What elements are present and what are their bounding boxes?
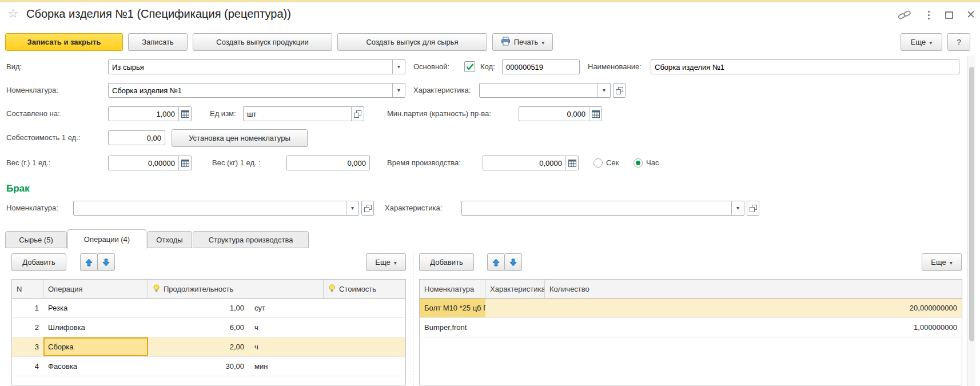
dropdown-arrow-icon[interactable] bbox=[597, 83, 610, 97]
operations-move-up-button[interactable] bbox=[80, 253, 98, 271]
nomenclature-value: Сборка изделия №1 bbox=[109, 83, 392, 97]
help-button[interactable]: ? bbox=[947, 33, 970, 51]
cell-characteristic[interactable] bbox=[485, 318, 545, 337]
table-row[interactable]: Bumper,front 1,000000000 bbox=[420, 318, 962, 337]
unit-field[interactable]: шт bbox=[243, 106, 364, 121]
cell-quantity[interactable]: 1,000000000 bbox=[545, 318, 962, 337]
column-header-quantity[interactable]: Количество bbox=[545, 280, 962, 298]
dropdown-arrow-icon[interactable] bbox=[346, 201, 358, 215]
save-and-close-button[interactable]: Записать и закрыть bbox=[5, 33, 123, 51]
materials-move-down-button[interactable] bbox=[504, 253, 522, 271]
table-row[interactable]: 4 Фасовка 30,00мин bbox=[12, 357, 405, 376]
defect-nomenclature-combobox[interactable] bbox=[73, 201, 359, 216]
scrollbar-thumb[interactable] bbox=[969, 67, 974, 341]
materials-add-button[interactable]: Добавить bbox=[419, 253, 474, 271]
tab-production-structure[interactable]: Структура производства bbox=[193, 231, 309, 248]
production-time-field[interactable]: 0,0000 bbox=[483, 156, 579, 170]
set-prices-label: Установка цен номенклатуры bbox=[189, 134, 290, 142]
calculator-icon[interactable] bbox=[178, 107, 191, 121]
nomenclature-combobox[interactable]: Сборка изделия №1 bbox=[108, 83, 405, 98]
cell-n[interactable]: 3 bbox=[12, 337, 43, 356]
tab-operations[interactable]: Операции (4) bbox=[67, 229, 146, 249]
weight-g-label: Вес (г.) 1 ед.: bbox=[6, 156, 51, 170]
kind-combobox[interactable]: Из сырья bbox=[108, 59, 405, 74]
cell-n[interactable]: 1 bbox=[12, 299, 43, 317]
composed-for-field[interactable]: 1,000 bbox=[108, 106, 192, 121]
weight-g-field[interactable]: 0,00000 bbox=[108, 156, 192, 170]
cell-cost[interactable] bbox=[324, 318, 405, 337]
operations-more-button[interactable]: Еще bbox=[366, 253, 406, 271]
characteristic-combobox[interactable] bbox=[479, 83, 611, 98]
radio-hours[interactable] bbox=[634, 158, 643, 168]
column-header-nomenclature[interactable]: Номенклатура bbox=[420, 280, 485, 298]
link-icon[interactable] bbox=[898, 9, 911, 21]
cell-duration[interactable]: 2,00ч bbox=[148, 337, 324, 356]
table-row[interactable]: 1 Резка 1,00сут bbox=[12, 299, 405, 318]
column-header-operation[interactable]: Операция bbox=[43, 280, 148, 298]
cell-cost[interactable] bbox=[324, 299, 405, 317]
set-prices-button[interactable]: Установка цен номенклатуры bbox=[172, 129, 308, 147]
open-form-icon[interactable] bbox=[613, 83, 626, 98]
column-header-cost[interactable]: Стоимость bbox=[324, 280, 405, 298]
tab-waste[interactable]: Отходы bbox=[147, 231, 192, 248]
more-button-top[interactable]: Еще bbox=[901, 33, 942, 51]
bulb-icon bbox=[328, 284, 336, 294]
cell-duration[interactable]: 6,00ч bbox=[148, 318, 324, 337]
panel-divider bbox=[413, 253, 413, 386]
arrow-down-icon bbox=[102, 258, 110, 266]
print-button[interactable]: Печать bbox=[492, 33, 553, 51]
table-row[interactable]: 2 Шлифовка 6,00ч bbox=[12, 318, 405, 337]
cell-cost[interactable] bbox=[324, 357, 405, 376]
cell-n[interactable]: 4 bbox=[12, 357, 43, 376]
cell-quantity[interactable]: 20,000000000 bbox=[545, 299, 962, 317]
min-batch-field[interactable]: 0,000 bbox=[519, 106, 602, 121]
materials-more-button[interactable]: Еще bbox=[922, 253, 962, 271]
defect-characteristic-combobox[interactable] bbox=[461, 201, 744, 216]
calculator-icon[interactable] bbox=[565, 156, 578, 170]
radio-seconds[interactable] bbox=[593, 158, 603, 168]
calculator-icon[interactable] bbox=[589, 107, 601, 121]
column-header-n[interactable]: N bbox=[12, 280, 43, 298]
open-form-icon[interactable] bbox=[747, 201, 759, 216]
operations-move-down-button[interactable] bbox=[97, 253, 115, 271]
open-form-icon[interactable] bbox=[361, 201, 374, 216]
cell-duration[interactable]: 1,00сут bbox=[148, 299, 324, 317]
save-button[interactable]: Записать bbox=[128, 33, 188, 51]
cell-nomenclature-current[interactable]: Болт М10 *25 цб ПР bbox=[420, 299, 485, 317]
close-icon[interactable] bbox=[964, 8, 978, 21]
code-field[interactable]: 000000519 bbox=[502, 59, 580, 74]
cost-per-unit-field[interactable]: 0,00 bbox=[108, 130, 165, 145]
favorite-star-icon[interactable]: ☆ bbox=[7, 6, 19, 21]
table-row-selected[interactable]: Болт М10 *25 цб ПР 20,000000000 bbox=[420, 299, 962, 318]
column-header-duration[interactable]: Продолжительность bbox=[148, 280, 324, 298]
dropdown-arrow-icon[interactable] bbox=[731, 201, 744, 215]
dropdown-arrow-icon[interactable] bbox=[392, 60, 405, 74]
create-product-output-button[interactable]: Создать выпуск продукции bbox=[193, 33, 332, 51]
cell-operation-current[interactable]: Сборка bbox=[43, 337, 148, 356]
main-checkbox[interactable] bbox=[464, 61, 475, 72]
maximize-icon[interactable] bbox=[942, 9, 956, 21]
operations-add-button[interactable]: Добавить bbox=[11, 253, 66, 271]
tab-raw-materials[interactable]: Сырье (5) bbox=[5, 231, 67, 248]
column-header-characteristic[interactable]: Характеристика bbox=[485, 280, 545, 298]
cell-operation[interactable]: Резка bbox=[43, 299, 148, 317]
kebab-menu-icon[interactable] bbox=[922, 9, 935, 21]
cell-operation[interactable]: Шлифовка bbox=[43, 318, 148, 337]
cell-characteristic[interactable] bbox=[485, 299, 545, 317]
cell-cost[interactable] bbox=[324, 337, 405, 356]
page-title: Сборка изделия №1 (Спецификация (рецепту… bbox=[26, 7, 291, 21]
cell-operation[interactable]: Фасовка bbox=[43, 357, 148, 376]
cell-nomenclature[interactable]: Bumper,front bbox=[420, 318, 485, 337]
open-form-icon[interactable] bbox=[351, 107, 364, 121]
cell-duration[interactable]: 30,00мин bbox=[148, 357, 324, 376]
name-field[interactable]: Сборка изделия №1 bbox=[651, 59, 959, 74]
table-row-selected[interactable]: 3 Сборка 2,00ч bbox=[12, 337, 405, 357]
cell-n[interactable]: 2 bbox=[12, 318, 43, 337]
materials-move-up-button[interactable] bbox=[487, 253, 505, 271]
dropdown-arrow-icon[interactable] bbox=[392, 83, 405, 97]
vertical-scrollbar[interactable] bbox=[967, 55, 975, 386]
weight-kg-field[interactable]: 0,000 bbox=[286, 156, 370, 170]
create-raw-output-button[interactable]: Создать выпуск для сырья bbox=[337, 33, 487, 51]
calculator-icon[interactable] bbox=[178, 156, 191, 170]
production-time-value: 0,0000 bbox=[483, 156, 565, 170]
